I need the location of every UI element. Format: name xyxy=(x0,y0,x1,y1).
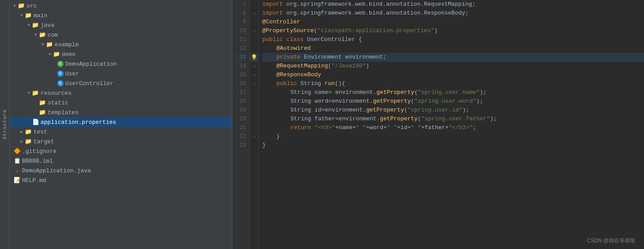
tree-content: ▼ 📁 src ▼ 📁 main ▼ 📁 java ▼ 📁 com ▼ 📁 ex… xyxy=(10,0,232,249)
string: "spring.user.father" xyxy=(421,115,490,123)
code: environment. xyxy=(332,97,373,106)
bulb-icon[interactable]: 💡 xyxy=(251,54,257,61)
item-label: User xyxy=(65,71,79,77)
code-line-11: public class UserController { xyxy=(262,35,644,44)
tree-item-demoapplication[interactable]: C DemoApplication xyxy=(10,59,232,69)
item-label: target xyxy=(34,138,54,145)
line-num-19: 19 xyxy=(236,106,246,115)
code: ( xyxy=(404,106,407,115)
item-label: DemoApplication xyxy=(65,61,117,67)
line-num-18: 18 xyxy=(236,97,246,106)
code: environment. xyxy=(339,115,380,123)
string: "spring.user.word" xyxy=(414,97,476,106)
tree-item-gitignore[interactable]: 🔶 .gitignore xyxy=(10,146,232,156)
gutter-12 xyxy=(250,44,258,53)
method-name: run xyxy=(324,79,335,88)
item-label: resources xyxy=(41,90,71,97)
structure-panel-tab[interactable]: Structure xyxy=(0,0,10,249)
tree-item-help-md[interactable]: 📝 HELP.md xyxy=(10,175,232,185)
gutter-16: ◁ xyxy=(250,79,258,88)
type: String xyxy=(301,79,325,88)
tree-item-resources[interactable]: ▼ 📁 resources xyxy=(10,88,232,98)
code: ); xyxy=(476,97,483,106)
tree-item-java[interactable]: ▼ 📁 java xyxy=(10,20,232,30)
line-num-12: 12 xyxy=(236,44,246,53)
method: getProperty xyxy=(373,97,411,106)
item-label: .gitignore xyxy=(22,148,56,155)
code: +father+ xyxy=(421,123,448,132)
tree-item-bbbbb-iml[interactable]: 📋 BBBBB.iml xyxy=(10,156,232,166)
annotation: @Autowired xyxy=(276,44,311,53)
folder-icon: 📁 xyxy=(53,51,60,58)
code-line-20: String father=environment.getProperty("s… xyxy=(262,115,644,123)
code-line-17: String name= environment.getProperty("sp… xyxy=(262,88,644,97)
gutter-20 xyxy=(250,115,258,123)
method: getProperty xyxy=(380,115,418,123)
line-num-9: 9 xyxy=(236,18,246,26)
item-label: application.properties xyxy=(41,119,116,126)
type: String xyxy=(290,88,315,97)
line-num-16: 16 xyxy=(236,79,246,88)
var-name: environment; xyxy=(345,53,387,62)
code-line-9: @Controller xyxy=(262,18,644,26)
string: " " xyxy=(356,123,366,132)
keyword: public xyxy=(262,35,287,44)
type: String xyxy=(290,115,315,123)
folder-icon: 📁 xyxy=(32,89,39,97)
gutter-arrow-14: ◁ xyxy=(253,64,255,69)
tree-item-templates[interactable]: ▶ 📁 templates xyxy=(10,108,232,117)
item-label: main xyxy=(34,12,47,19)
tree-item-target[interactable]: ▶ 📁 target xyxy=(10,137,232,146)
item-label: com xyxy=(48,32,58,38)
item-label: BBBBB.iml xyxy=(22,158,53,164)
code: environment. xyxy=(325,106,366,115)
string: "spring.user.id" xyxy=(407,106,462,115)
class-blue-icon: C xyxy=(57,71,63,77)
code-line-21: return "<h3>"+name+" "+word+" "+id+" "+f… xyxy=(262,123,644,132)
paren: ) xyxy=(366,62,369,71)
keyword: class xyxy=(287,35,307,44)
code: ( xyxy=(418,115,421,123)
string: "/Java100" xyxy=(331,62,366,71)
tree-item-usercontroller[interactable]: C UserController xyxy=(10,78,232,88)
folder-icon: 📁 xyxy=(25,12,32,19)
method: getProperty xyxy=(366,106,404,115)
gutter-22: ◁ xyxy=(250,132,258,141)
code-line-18: String word=environment.getProperty("spr… xyxy=(262,97,644,106)
paren: ( xyxy=(314,26,317,35)
tree-item-com[interactable]: ▼ 📁 com xyxy=(10,30,232,40)
tree-item-demo[interactable]: ▼ 📁 demo xyxy=(10,49,232,59)
tree-item-example[interactable]: ▼ 📁 example xyxy=(10,40,232,49)
line-num-21: 21 xyxy=(236,123,246,132)
watermark: CSDN @我在等着呢 xyxy=(587,237,635,245)
folder-icon: 📁 xyxy=(46,41,53,48)
semicolon: ; xyxy=(472,0,476,9)
item-label: DemoApplication.java xyxy=(22,167,91,174)
code: (){ xyxy=(335,79,345,88)
code: } xyxy=(262,141,266,150)
paren: ) xyxy=(434,26,438,35)
gutter-15: ◁ xyxy=(250,71,258,79)
code-line-13: private Environment environment; xyxy=(262,53,644,62)
line-num-13: 13 xyxy=(236,53,246,62)
import-class: RequestMapping xyxy=(424,0,472,9)
tree-item-user[interactable]: C User xyxy=(10,69,232,78)
tree-item-test[interactable]: ▶ 📁 test xyxy=(10,127,232,137)
gutter-17 xyxy=(250,88,258,97)
gutter-arrow-10: ◁ xyxy=(253,29,255,33)
tree-item-demoapplication-java[interactable]: ☕ DemoApplication.java xyxy=(10,166,232,175)
line-num-8: 8 xyxy=(236,9,246,18)
gutter-19 xyxy=(250,106,258,115)
code-area: 7 8 9 10 11 12 13 14 15 16 17 18 19 20 2… xyxy=(232,0,644,249)
structure-label: Structure xyxy=(2,109,7,139)
import-path: org.springframework.web.bind.annotation. xyxy=(287,9,424,18)
item-label: example xyxy=(55,41,79,48)
gutter-7 xyxy=(250,0,258,9)
tree-item-main[interactable]: ▼ 📁 main xyxy=(10,11,232,20)
code: } xyxy=(276,132,280,141)
tree-item-src[interactable]: ▼ 📁 src xyxy=(10,1,232,11)
tree-item-static[interactable]: ▶ 📁 static xyxy=(10,98,232,108)
tree-item-application-properties[interactable]: 📄 application.properties xyxy=(10,117,232,127)
gutter-9 xyxy=(250,18,258,26)
git-file-icon: 🔶 xyxy=(14,148,20,154)
